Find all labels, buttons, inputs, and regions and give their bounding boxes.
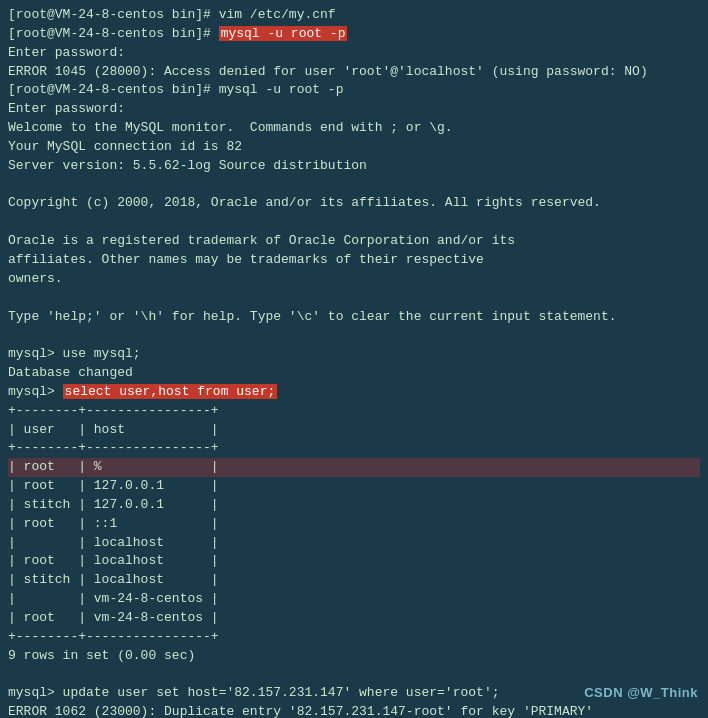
watermark: CSDN @W_Think	[584, 685, 698, 700]
terminal-window: [root@VM-24-8-centos bin]# vim /etc/my.c…	[0, 0, 708, 718]
table-row-root-vm: | root | vm-24-8-centos |	[8, 609, 700, 628]
line-9: Server version: 5.5.62-log Source distri…	[8, 157, 700, 176]
prompt-prefix: [root@VM-24-8-centos bin]#	[8, 26, 219, 41]
error-line: ERROR 1062 (23000): Duplicate entry '82.…	[8, 703, 700, 718]
table-row-empty-vm1: | | vm-24-8-centos |	[8, 590, 700, 609]
line-1: [root@VM-24-8-centos bin]# vim /etc/my.c…	[8, 6, 700, 25]
line-18	[8, 326, 700, 345]
table-row-root-percent: | root | % |	[8, 458, 700, 477]
line-2: [root@VM-24-8-centos bin]# mysql -u root…	[8, 25, 700, 44]
table-row-stitch-localhost: | stitch | localhost |	[8, 571, 700, 590]
table-row-stitch-127: | stitch | 127.0.0.1 |	[8, 496, 700, 515]
line-13: Oracle is a registered trademark of Orac…	[8, 232, 700, 251]
row-count: 9 rows in set (0.00 sec)	[8, 647, 700, 666]
line-3: Enter password:	[8, 44, 700, 63]
table-row-empty-localhost1: | | localhost |	[8, 534, 700, 553]
line-6: Enter password:	[8, 100, 700, 119]
line-15: owners.	[8, 270, 700, 289]
highlighted-select: select user,host from user;	[63, 384, 278, 399]
line-10	[8, 176, 700, 195]
line-4: ERROR 1045 (28000): Access denied for us…	[8, 63, 700, 82]
table-row-root-localhost: | root | localhost |	[8, 552, 700, 571]
line-21: mysql> select user,host from user;	[8, 383, 700, 402]
line-17: Type 'help;' or '\h' for help. Type '\c'…	[8, 308, 700, 327]
line-16	[8, 289, 700, 308]
table-border-bottom: +--------+----------------+	[8, 628, 700, 647]
mysql-prompt: mysql>	[8, 384, 63, 399]
line-7: Welcome to the MySQL monitor. Commands e…	[8, 119, 700, 138]
table-border-header: +--------+----------------+	[8, 439, 700, 458]
line-14: affiliates. Other names may be trademark…	[8, 251, 700, 270]
table-border-top: +--------+----------------+	[8, 402, 700, 421]
table-row-root-127: | root | 127.0.0.1 |	[8, 477, 700, 496]
line-12	[8, 213, 700, 232]
line-11: Copyright (c) 2000, 2018, Oracle and/or …	[8, 194, 700, 213]
line-5: [root@VM-24-8-centos bin]# mysql -u root…	[8, 81, 700, 100]
line-empty-after-table	[8, 666, 700, 685]
table-header: | user | host |	[8, 421, 700, 440]
line-19: mysql> use mysql;	[8, 345, 700, 364]
table-row-root-ipv6: | root | ::1 |	[8, 515, 700, 534]
highlighted-cmd: mysql -u root -p	[219, 26, 348, 41]
line-20: Database changed	[8, 364, 700, 383]
line-8: Your MySQL connection id is 82	[8, 138, 700, 157]
